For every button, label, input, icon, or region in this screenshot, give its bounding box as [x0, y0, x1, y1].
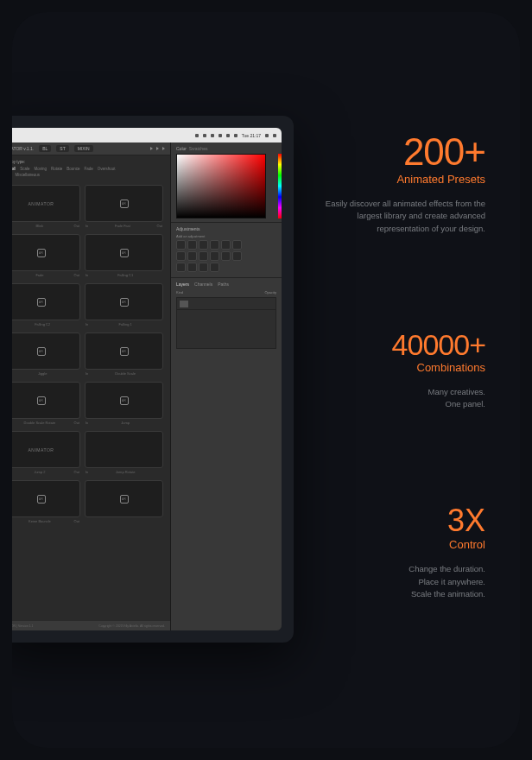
battery-icon: [234, 134, 238, 137]
adj-icon[interactable]: [210, 251, 219, 261]
app-window: ANIMATOR v.1.1. BL ST MIXIN Filter by ty…: [12, 142, 282, 630]
wifi-icon: [226, 134, 230, 137]
adj-icon[interactable]: [232, 240, 242, 250]
preset-meta: InDouble Scale RotateOut: [12, 419, 80, 427]
play-icon[interactable]: [162, 147, 165, 150]
tab-mixin[interactable]: MIXIN: [74, 145, 93, 152]
adj-icon[interactable]: [176, 263, 186, 272]
preset-icon: AR: [120, 200, 129, 208]
preset-thumb: AR: [85, 382, 163, 419]
menubar-time: Tue 21:17: [242, 133, 261, 138]
preset-cell[interactable]: ANIMATORInJump 2Out: [12, 431, 80, 476]
adj-icon[interactable]: [210, 263, 219, 272]
preset-cell[interactable]: ARInJump: [85, 382, 163, 427]
preset-cell[interactable]: ARInFadeOut: [12, 234, 80, 279]
color-picker[interactable]: [176, 154, 266, 218]
adj-icon[interactable]: [199, 263, 208, 272]
photoshop-panels: Color Swatches Adjustments Add an adjust…: [171, 142, 282, 630]
preset-cell[interactable]: ARInFalling 1: [85, 283, 163, 328]
filter-scale[interactable]: Scale: [20, 167, 29, 171]
preset-icon: AR: [120, 495, 129, 504]
preset-icon: AR: [37, 396, 46, 405]
adj-icon[interactable]: [187, 263, 197, 272]
hue-slider[interactable]: [278, 154, 282, 218]
color-panel-label[interactable]: Color: [176, 146, 187, 151]
filter-overshoot[interactable]: Overshoot: [98, 167, 116, 171]
layers-kind[interactable]: Kind: [176, 290, 183, 294]
layers-list: [176, 297, 276, 349]
preset-cell[interactable]: ARInFalling C1: [85, 234, 163, 279]
filter-bounce[interactable]: Bounce: [66, 167, 79, 171]
paths-tab[interactable]: Paths: [218, 282, 229, 287]
play-icon[interactable]: [156, 147, 159, 150]
layer-row[interactable]: [177, 298, 276, 310]
preset-icon: AR: [37, 347, 46, 356]
preset-cell[interactable]: ARInDouble Scale: [85, 332, 163, 377]
preset-meta: InFade FastOut: [85, 222, 163, 230]
color-panel: Color Swatches: [171, 142, 282, 223]
preset-icon: AR: [120, 298, 129, 307]
adj-icon[interactable]: [176, 251, 186, 261]
preset-thumb: AR: [85, 480, 163, 517]
adj-icon[interactable]: [221, 240, 231, 250]
preset-thumb: AR: [85, 332, 163, 370]
layer-thumb: [180, 301, 188, 307]
preset-thumb: AR: [12, 480, 80, 517]
layers-tab[interactable]: Layers: [176, 282, 189, 287]
feature-desc: Change the duration. Place it anywhere. …: [304, 563, 485, 600]
preset-cell[interactable]: ARInJiggle: [12, 332, 80, 377]
preset-thumb: AR: [85, 185, 163, 222]
adj-icon[interactable]: [232, 251, 242, 261]
preset-thumb: AR: [85, 234, 163, 271]
control-center-icon[interactable]: [273, 134, 276, 137]
preset-cell[interactable]: ARInDouble Scale RotateOut: [12, 382, 80, 427]
tab-bl[interactable]: BL: [39, 145, 51, 152]
adj-icon[interactable]: [199, 240, 208, 250]
adj-icon[interactable]: [199, 251, 208, 261]
filter-label: Filter by type:: [12, 160, 163, 164]
preset-cell[interactable]: InJump Rotate: [85, 431, 163, 476]
feature-combinations: 40000+ Combinations Many creatives. One …: [304, 330, 485, 411]
swatches-tab[interactable]: Swatches: [189, 146, 208, 151]
preset-meta: [85, 517, 163, 525]
feature-subtitle: Control: [304, 538, 485, 551]
adjustments-panel: Adjustments Add an adjustment: [171, 223, 282, 278]
adj-icon[interactable]: [187, 240, 197, 250]
preset-icon: AR: [120, 249, 129, 257]
preset-meta: InJump: [85, 419, 163, 427]
preset-meta: InKeine BouncleOut: [12, 517, 80, 525]
preset-cell[interactable]: ARInFalling C2: [12, 283, 80, 328]
animator-panel: ANIMATOR v.1.1. BL ST MIXIN Filter by ty…: [12, 142, 171, 630]
preset-meta: InFalling C1: [85, 271, 163, 279]
animator-header: ANIMATOR v.1.1. BL ST MIXIN: [12, 142, 170, 155]
adj-icon[interactable]: [221, 251, 231, 261]
layers-opacity[interactable]: Opacity: [264, 290, 276, 294]
footer-copyright: Copyright © 2020 Villy Aniello. All righ…: [98, 624, 165, 628]
tab-st[interactable]: ST: [56, 145, 68, 152]
filter-fade[interactable]: Fade: [85, 167, 93, 171]
preset-icon: AR: [120, 396, 129, 405]
preset-cell[interactable]: AR: [85, 480, 163, 525]
filter-bar: Filter by type: show all Scale Moving Ro…: [12, 155, 170, 181]
preset-cell[interactable]: ARInFade FastOut: [85, 185, 163, 230]
preset-meta: InJump 2Out: [12, 468, 80, 476]
preset-meta: InJump Rotate: [85, 468, 163, 476]
filter-moving[interactable]: Moving: [35, 167, 48, 171]
filter-show-all[interactable]: show all: [12, 167, 16, 171]
play-icon[interactable]: [150, 147, 153, 150]
status-icon: [195, 134, 199, 137]
feature-desc: Easily discover all animated effects fro…: [304, 198, 485, 235]
channels-tab[interactable]: Channels: [194, 282, 212, 287]
adj-icon[interactable]: [210, 240, 219, 250]
status-icon: [218, 134, 222, 137]
filter-rotate[interactable]: Rotate: [51, 167, 62, 171]
filter-misc[interactable]: Miscellaneous: [16, 173, 41, 177]
search-icon[interactable]: [265, 134, 269, 137]
preset-icon: AR: [37, 495, 46, 504]
feature-control: 3X Control Change the duration. Place it…: [304, 505, 485, 600]
preset-thumb: AR: [12, 234, 80, 271]
adj-icon[interactable]: [187, 251, 197, 261]
adj-icon[interactable]: [176, 240, 186, 250]
preset-cell[interactable]: ARInKeine BouncleOut: [12, 480, 80, 525]
preset-cell[interactable]: ANIMATORInBlinkOut: [12, 185, 80, 230]
